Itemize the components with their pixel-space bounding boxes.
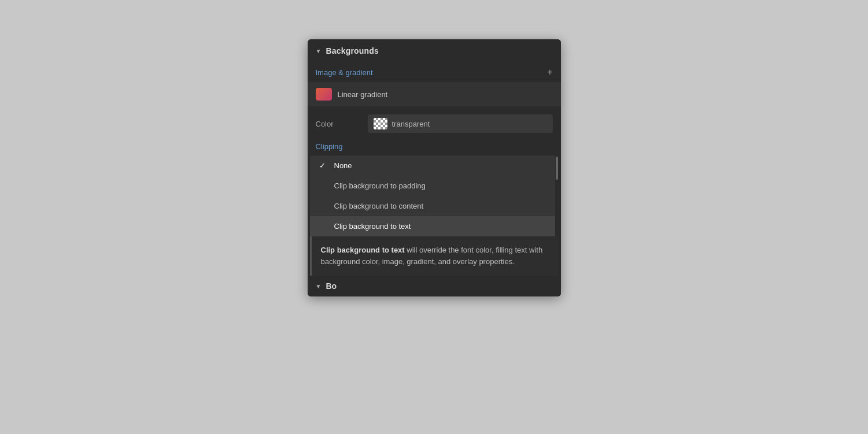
- clipping-label: Clipping: [316, 142, 343, 151]
- chevron-down-icon: ▼: [316, 48, 322, 54]
- scroll-track: [555, 155, 559, 236]
- border-section-title: Bo: [326, 281, 337, 291]
- image-gradient-row: Image & gradient +: [308, 62, 561, 82]
- gradient-label: Linear gradient: [338, 90, 388, 99]
- clipping-row: Clipping: [308, 138, 561, 155]
- dropdown-item-padding[interactable]: Clip background to padding: [310, 176, 559, 196]
- dropdown-item-none[interactable]: ✓ None: [310, 155, 559, 176]
- add-button[interactable]: +: [547, 67, 552, 77]
- dropdown-item-padding-label: Clip background to padding: [334, 181, 426, 190]
- dropdown-item-none-label: None: [334, 161, 352, 170]
- color-value-text: transparent: [392, 120, 430, 128]
- scroll-thumb: [556, 157, 558, 180]
- transparent-swatch: [374, 118, 387, 129]
- check-icon: ✓: [319, 161, 328, 170]
- backgrounds-panel: ▼ Backgrounds Image & gradient + Linear …: [308, 39, 561, 296]
- gradient-row[interactable]: Linear gradient: [308, 82, 561, 106]
- color-row: Color transparent: [308, 110, 561, 138]
- dropdown-item-text-label: Clip background to text: [334, 222, 411, 231]
- color-value-box[interactable]: transparent: [368, 114, 553, 133]
- tooltip-box: Clip background to text will override th…: [310, 236, 559, 276]
- section-header: ▼ Backgrounds: [308, 39, 561, 62]
- section-title: Backgrounds: [326, 46, 379, 55]
- border-section-header: ▼ Bo: [308, 276, 561, 296]
- dropdown-item-content[interactable]: Clip background to content: [310, 196, 559, 216]
- color-label: Color: [316, 120, 362, 128]
- clipping-dropdown[interactable]: ✓ None Clip background to padding Clip b…: [310, 155, 559, 236]
- tooltip-bold: Clip background to text: [321, 246, 405, 254]
- dropdown-item-content-label: Clip background to content: [334, 202, 424, 210]
- image-gradient-label: Image & gradient: [316, 68, 373, 77]
- tooltip-text: Clip background to text will override th…: [321, 244, 549, 268]
- dropdown-item-text[interactable]: Clip background to text: [310, 216, 559, 236]
- gradient-swatch: [316, 88, 332, 101]
- border-chevron-icon: ▼: [316, 283, 322, 290]
